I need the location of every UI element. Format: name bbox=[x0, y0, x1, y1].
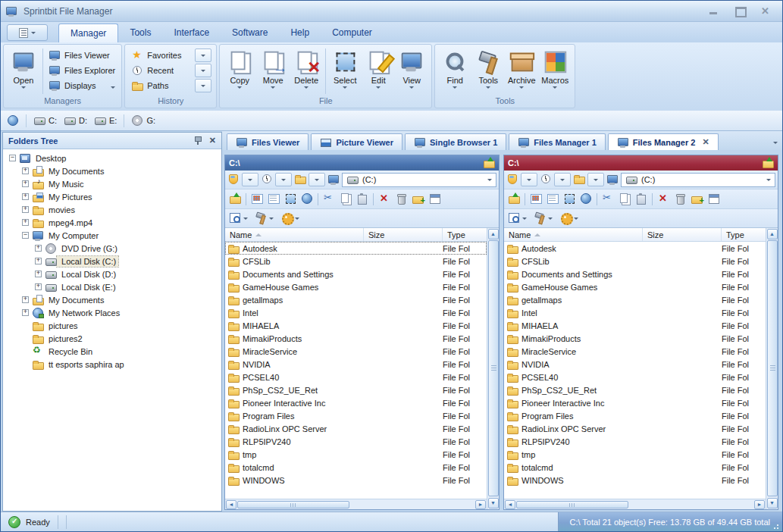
collapse-icon[interactable]: − bbox=[9, 155, 16, 161]
favorites-shield-button[interactable] bbox=[227, 173, 240, 186]
tab-files-viewer[interactable]: Files Viewer bbox=[227, 133, 309, 150]
paths-button[interactable]: Paths bbox=[130, 78, 191, 93]
expand-icon[interactable]: + bbox=[35, 258, 42, 264]
file-row[interactable]: MimakiProducts File Fol bbox=[504, 332, 766, 345]
tree-node-pictures[interactable]: + pictures bbox=[3, 319, 221, 332]
scroll-up-icon[interactable]: ▲ bbox=[767, 229, 778, 239]
file-row[interactable]: totalcmd File Fol bbox=[225, 461, 487, 474]
up-folder-button[interactable] bbox=[508, 192, 520, 206]
column-type[interactable]: Type bbox=[443, 228, 487, 241]
pin-icon[interactable] bbox=[193, 136, 202, 146]
favorites-button[interactable]: Favorites bbox=[130, 48, 191, 63]
file-row[interactable]: Documents and Settings File Fol bbox=[225, 268, 487, 280]
gear-button[interactable] bbox=[559, 211, 572, 225]
up-folder-button[interactable] bbox=[229, 192, 241, 206]
paths-dropdown[interactable] bbox=[195, 79, 211, 92]
column-name[interactable]: Name bbox=[225, 228, 364, 241]
tab-close-icon[interactable]: ✕ bbox=[702, 137, 709, 147]
scroll-up-icon[interactable]: ▲ bbox=[488, 229, 499, 239]
recent-button[interactable]: Recent bbox=[130, 63, 191, 78]
tree-node-my-documents[interactable]: + My Documents bbox=[3, 293, 221, 306]
preview-window-button[interactable] bbox=[508, 211, 520, 225]
expand-icon[interactable]: + bbox=[35, 283, 42, 290]
paths-folder-button[interactable] bbox=[573, 173, 585, 186]
preview-window-button[interactable] bbox=[229, 211, 241, 225]
tree-node-local-disk-c[interactable]: + Local Disk (C:) bbox=[3, 255, 221, 268]
expand-icon[interactable]: + bbox=[22, 206, 29, 213]
file-row[interactable]: RadioLinx OPC Server File Fol bbox=[504, 422, 766, 435]
file-row[interactable]: RadioLinx OPC Server File Fol bbox=[225, 422, 487, 435]
file-row[interactable]: MiracleService File Fol bbox=[225, 345, 487, 358]
copy-docs-button[interactable] bbox=[619, 192, 631, 206]
collapse-icon[interactable]: − bbox=[22, 232, 29, 239]
column-name[interactable]: Name bbox=[504, 228, 643, 241]
horizontal-scroll-thumb[interactable] bbox=[237, 501, 349, 509]
paste-clipboard-button[interactable] bbox=[356, 192, 368, 206]
file-row[interactable]: NVIDIA File Fol bbox=[225, 358, 487, 371]
tree-node-local-disk-d[interactable]: + Local Disk (D:) bbox=[3, 268, 221, 280]
recycle-empty-button[interactable] bbox=[674, 192, 686, 206]
macros-button[interactable]: Macros bbox=[538, 47, 572, 95]
files-viewer-button[interactable]: Files Viewer bbox=[45, 48, 118, 63]
application-menu-button[interactable] bbox=[7, 24, 48, 41]
favorites-shield-button[interactable] bbox=[506, 173, 518, 186]
new-folder-button[interactable] bbox=[691, 192, 703, 206]
vertical-scrollbar[interactable]: ▲ ▼ bbox=[766, 228, 778, 509]
tab-overflow-dropdown[interactable] bbox=[773, 136, 778, 146]
tree-node-movies[interactable]: + movies bbox=[3, 203, 221, 216]
tree-node-tt-esports-saphira-ap[interactable]: + tt esports saphira ap bbox=[3, 358, 221, 371]
scroll-right-icon[interactable]: ► bbox=[754, 500, 765, 509]
view-button[interactable]: View bbox=[395, 47, 428, 95]
minimize-button[interactable] bbox=[706, 6, 722, 17]
file-row[interactable]: CFSLib File Fol bbox=[225, 255, 487, 268]
horizontal-scrollbar[interactable]: ◄ ► bbox=[504, 499, 766, 509]
copy-button[interactable]: Copy bbox=[223, 47, 256, 95]
recent-clock-button[interactable] bbox=[540, 173, 552, 186]
hammer-button[interactable] bbox=[534, 211, 546, 225]
gear-button[interactable] bbox=[280, 211, 293, 225]
file-row[interactable]: MIHAELA File Fol bbox=[504, 319, 766, 332]
edit-button[interactable]: Edit bbox=[362, 47, 395, 95]
address-bar-left[interactable]: C:\ bbox=[225, 155, 499, 171]
file-row[interactable]: RLP5IPV240 File Fol bbox=[225, 435, 487, 448]
tools-button[interactable]: Tools bbox=[471, 47, 505, 95]
properties-button[interactable] bbox=[707, 192, 719, 206]
refresh-drives-button[interactable] bbox=[7, 114, 19, 127]
horizontal-scroll-thumb[interactable] bbox=[516, 501, 628, 509]
tree-node-recycle-bin[interactable]: + Recycle Bin bbox=[3, 345, 221, 358]
file-row[interactable]: getallmaps File Fol bbox=[225, 293, 487, 306]
select-button[interactable]: Select bbox=[328, 47, 362, 95]
move-button[interactable]: Move bbox=[256, 47, 290, 95]
close-panel-icon[interactable]: ✕ bbox=[209, 136, 216, 146]
file-row[interactable]: Autodesk File Fol bbox=[225, 242, 487, 255]
file-row[interactable]: MIHAELA File Fol bbox=[225, 319, 487, 332]
expand-icon[interactable]: + bbox=[35, 245, 42, 252]
file-row[interactable]: Intel File Fol bbox=[504, 306, 766, 319]
copy-docs-button[interactable] bbox=[340, 192, 352, 206]
file-row[interactable]: tmp File Fol bbox=[225, 448, 487, 461]
ribbon-tab-computer[interactable]: Computer bbox=[321, 23, 384, 42]
file-row[interactable]: Program Files File Fol bbox=[225, 409, 487, 422]
tree-node-my-computer[interactable]: − My Computer bbox=[3, 229, 221, 242]
displays-button[interactable]: Displays bbox=[45, 78, 118, 93]
file-row[interactable]: Pioneer Interactive Inc File Fol bbox=[225, 396, 487, 409]
scroll-left-icon[interactable]: ◄ bbox=[505, 500, 515, 509]
find-button[interactable]: Find bbox=[438, 47, 471, 95]
cut-scissors-button[interactable] bbox=[323, 192, 335, 206]
delete-button[interactable]: Delete bbox=[290, 47, 323, 95]
list-view-button[interactable] bbox=[268, 192, 280, 206]
tree-node-mpeg4-mp4[interactable]: + mpeg4.mp4 bbox=[3, 216, 221, 229]
vertical-scroll-thumb[interactable] bbox=[488, 240, 499, 496]
file-row[interactable]: GameHouse Games File Fol bbox=[225, 280, 487, 293]
tree-node-my-music[interactable]: + My Music bbox=[3, 177, 221, 190]
favorites-dropdown[interactable] bbox=[195, 49, 211, 62]
tree-node-my-documents[interactable]: + My Documents bbox=[3, 164, 221, 177]
column-size[interactable]: Size bbox=[364, 228, 443, 241]
tree-node-desktop[interactable]: − Desktop bbox=[3, 152, 221, 164]
scroll-left-icon[interactable]: ◄ bbox=[226, 500, 236, 509]
delete-x-button[interactable] bbox=[378, 192, 390, 206]
file-row[interactable]: RLP5IPV240 File Fol bbox=[504, 435, 766, 448]
file-row[interactable]: WINDOWS File Fol bbox=[225, 474, 487, 487]
expand-icon[interactable]: + bbox=[22, 219, 29, 226]
expand-icon[interactable]: + bbox=[22, 296, 29, 303]
